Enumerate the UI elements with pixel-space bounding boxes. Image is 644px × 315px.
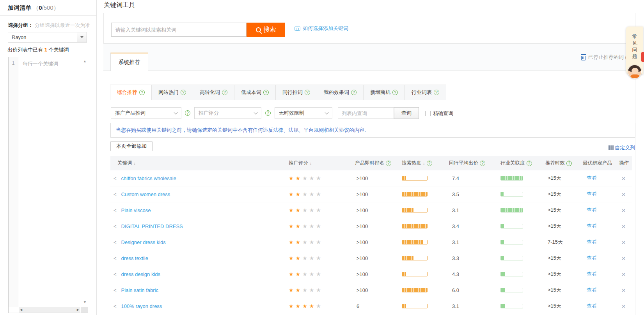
remove-icon[interactable]: ×	[621, 239, 626, 246]
list-search-input[interactable]	[338, 107, 394, 119]
customize-columns-link[interactable]: 自定义列	[585, 144, 635, 151]
keywords-textarea[interactable]: 1 每行一个关键词 ▲ ▼ ◀ ▶	[8, 57, 88, 313]
keyword-link[interactable]: dress textile	[121, 255, 148, 261]
help-icon[interactable]: ?	[265, 110, 271, 116]
group-select-row: 选择分组： 分组选择以最近一次为准	[8, 22, 90, 29]
remove-icon[interactable]: ×	[621, 207, 626, 214]
remove-icon[interactable]: ×	[621, 255, 626, 262]
help-icon[interactable]: ?	[185, 110, 190, 116]
sort-icon[interactable]: ↓	[134, 161, 136, 166]
view-link[interactable]: 查看	[587, 239, 597, 246]
remove-icon[interactable]: ×	[621, 175, 626, 182]
help-icon[interactable]: ?	[305, 90, 310, 95]
remove-icon[interactable]: ×	[621, 303, 626, 310]
keyword-link[interactable]: Custom women dress	[121, 191, 170, 197]
search-button[interactable]: 搜索	[247, 23, 285, 37]
promo-score-select[interactable]: 推广评分	[194, 107, 261, 119]
group-select-arrow-button[interactable]	[77, 32, 87, 42]
add-all-on-page-button[interactable]: 本页全部添加	[110, 141, 153, 151]
subtab-高转化词[interactable]: 高转化词?	[193, 85, 234, 100]
help-icon[interactable]: ?	[386, 161, 391, 166]
keyword-link[interactable]: chiffon fabrics wholesale	[121, 175, 176, 181]
help-icon[interactable]: ?	[263, 90, 269, 95]
industry-relevance-bar	[500, 208, 523, 212]
help-icon[interactable]: ?	[392, 90, 398, 95]
subtab-低成本词[interactable]: 低成本词?	[234, 85, 276, 100]
compliance-notice: 当您在购买或使用关键词之前，请确保选定的关键词中不含有任何违反法律、法规、平台规…	[110, 123, 635, 138]
sort-icon[interactable]: ↓	[423, 161, 425, 166]
help-icon[interactable]: ?	[480, 161, 485, 166]
remove-icon[interactable]: ×	[621, 287, 626, 294]
scroll-left-icon[interactable]: ◀	[20, 308, 22, 311]
expand-icon[interactable]: <	[114, 255, 117, 261]
view-link[interactable]: 查看	[587, 303, 597, 310]
avg-bid-cell: 3.3	[443, 255, 493, 261]
scroll-right-icon[interactable]: ▶	[77, 308, 79, 311]
support-avatar[interactable]	[628, 65, 642, 79]
heat-bar-fill	[402, 288, 427, 292]
help-icon[interactable]: ?	[351, 90, 357, 95]
help-icon[interactable]: ?	[139, 90, 145, 95]
column-header-1[interactable]: 关键词↓	[110, 160, 281, 166]
keyword-link[interactable]: Plain viscose	[121, 207, 151, 213]
tab-system-recommend[interactable]: 系统推荐	[110, 53, 148, 71]
group-select[interactable]: Rayon	[8, 32, 87, 42]
view-link[interactable]: 查看	[587, 287, 597, 294]
expand-icon[interactable]: <	[114, 175, 117, 181]
product-words-select[interactable]: 推广产品推词	[111, 107, 181, 119]
sort-icon[interactable]: ↓	[310, 161, 312, 166]
keyword-link[interactable]: 100% rayon dress	[121, 303, 162, 309]
keyword-link[interactable]: Designer dress kids	[121, 239, 166, 245]
keyword-link[interactable]: Plain satin fabric	[121, 287, 158, 293]
subtab-行业词表[interactable]: 行业词表?	[404, 85, 446, 100]
timeliness-cell: >15天	[538, 175, 577, 182]
faq-float-widget[interactable]: 常见问题	[626, 27, 643, 74]
how-to-add-keywords-link[interactable]: 如何选择添加关键词	[295, 25, 348, 32]
help-icon[interactable]: ?	[527, 161, 532, 166]
expand-icon[interactable]: <	[114, 303, 117, 309]
subtab-新增商机[interactable]: 新增商机?	[363, 85, 405, 100]
star-icon: ★	[289, 191, 294, 197]
expand-icon[interactable]: <	[114, 223, 117, 229]
exact-search-checkbox[interactable]	[425, 111, 431, 116]
subtab-我的效果词[interactable]: 我的效果词?	[317, 85, 364, 100]
expand-icon[interactable]: <	[114, 207, 117, 213]
help-icon[interactable]: ?	[566, 161, 572, 166]
expand-icon[interactable]: <	[114, 287, 117, 293]
help-icon[interactable]: ?	[434, 90, 439, 95]
help-icon[interactable]: ?	[427, 161, 432, 166]
view-link[interactable]: 查看	[587, 255, 597, 262]
expand-icon[interactable]: <	[114, 271, 117, 277]
view-link[interactable]: 查看	[587, 175, 597, 182]
subtab-综合推荐[interactable]: 综合推荐?	[110, 85, 152, 100]
view-link[interactable]: 查看	[587, 271, 597, 278]
remove-icon[interactable]: ×	[621, 271, 626, 278]
star-icon: ★	[316, 207, 321, 213]
scroll-up-icon[interactable]: ▲	[83, 60, 87, 63]
query-button[interactable]: 查询	[394, 107, 419, 119]
column-header-2[interactable]: 推广评分↓	[281, 160, 347, 166]
horizontal-scrollbar[interactable]: ◀ ▶	[19, 307, 80, 313]
keyword-link[interactable]: DIGITAL PRINTED DRESS	[121, 223, 183, 229]
help-icon[interactable]: ?	[181, 90, 186, 95]
expand-icon[interactable]: <	[114, 239, 117, 245]
timeliness-select[interactable]: 无时效限制	[275, 107, 332, 119]
column-header-4[interactable]: 搜索热度↓?	[394, 160, 443, 166]
timeliness-cell: >15天	[538, 207, 577, 214]
remove-icon[interactable]: ×	[621, 223, 626, 230]
notification-badge[interactable]	[641, 52, 644, 62]
subtab-网站热门[interactable]: 网站热门?	[151, 85, 193, 100]
line-number: 1	[12, 60, 15, 66]
stopped-words-link[interactable]: 已停止推荐的词 (0	[581, 44, 632, 71]
keyword-link[interactable]: dress design kids	[121, 271, 160, 277]
scroll-down-icon[interactable]: ▼	[83, 301, 87, 304]
remove-icon[interactable]: ×	[621, 191, 626, 198]
expand-icon[interactable]: <	[114, 191, 117, 197]
best-product-cell: 查看	[577, 271, 614, 278]
view-link[interactable]: 查看	[587, 223, 597, 230]
view-link[interactable]: 查看	[587, 207, 597, 214]
subtab-同行推词[interactable]: 同行推词?	[275, 85, 317, 100]
view-link[interactable]: 查看	[587, 191, 597, 198]
keyword-search-input[interactable]	[111, 23, 247, 37]
help-icon[interactable]: ?	[222, 90, 227, 95]
